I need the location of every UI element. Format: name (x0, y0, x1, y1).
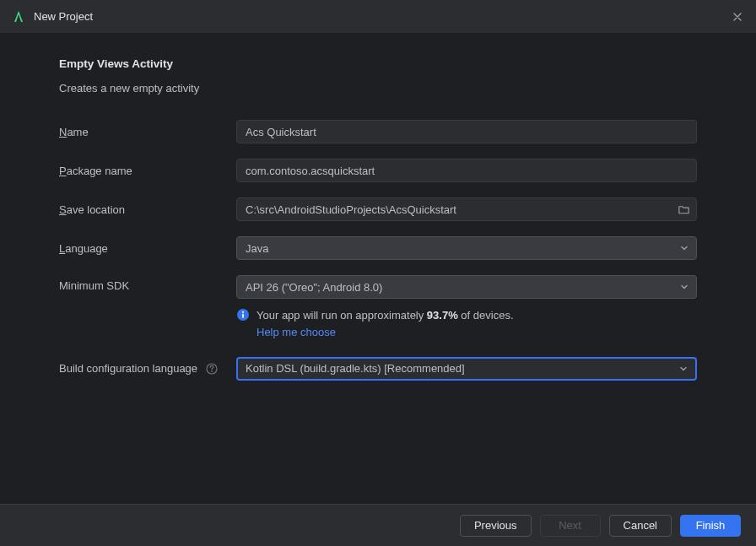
dialog-content: Empty Views Activity Creates a new empty… (0, 34, 756, 504)
row-min-sdk: Minimum SDK API 26 ("Oreo"; Android 8.0) (59, 275, 697, 338)
build-lang-select[interactable]: Kotlin DSL (build.gradle.kts) [Recommend… (236, 357, 697, 381)
chevron-down-icon (678, 364, 688, 374)
label-language: Language (59, 242, 236, 255)
name-input[interactable] (236, 120, 697, 143)
min-sdk-select-value: API 26 ("Oreo"; Android 8.0) (246, 281, 382, 294)
help-icon[interactable] (206, 363, 218, 375)
row-language: Language Java (59, 236, 697, 260)
label-build-lang: Build configuration language (59, 362, 236, 376)
row-build-lang: Build configuration language Kotlin DSL … (59, 357, 697, 381)
min-sdk-info: Your app will run on approximately 93.7%… (236, 307, 697, 338)
save-location-input[interactable] (236, 197, 697, 221)
chevron-down-icon (679, 282, 689, 292)
window-title: New Project (34, 10, 93, 23)
close-icon[interactable] (731, 10, 744, 24)
svg-rect-3 (242, 314, 244, 318)
svg-point-2 (242, 311, 244, 313)
page-title: Empty Views Activity (59, 57, 697, 70)
android-studio-icon (12, 10, 25, 24)
help-me-choose-link[interactable]: Help me choose (256, 326, 336, 338)
info-icon (236, 308, 250, 322)
package-name-input[interactable] (236, 159, 697, 182)
label-package: Package name (59, 165, 236, 177)
row-package: Package name (59, 159, 697, 182)
row-name: Name (59, 120, 697, 143)
min-sdk-select[interactable]: API 26 ("Oreo"; Android 8.0) (236, 275, 697, 299)
min-sdk-info-text: Your app will run on approximately 93.7%… (256, 307, 514, 324)
label-min-sdk: Minimum SDK (59, 275, 236, 292)
language-select-value: Java (246, 242, 268, 255)
chevron-down-icon (679, 243, 689, 253)
titlebar: New Project (0, 0, 756, 34)
dialog-footer: Previous Next Cancel Finish (0, 504, 756, 546)
next-button: Next (540, 515, 601, 537)
previous-button[interactable]: Previous (460, 515, 532, 537)
label-save-location: Save location (59, 203, 236, 216)
svg-point-0 (18, 12, 19, 14)
svg-point-5 (211, 370, 213, 372)
cancel-button[interactable]: Cancel (609, 515, 672, 537)
row-save-location: Save location (59, 197, 697, 221)
page-description: Creates a new empty activity (59, 82, 697, 95)
build-lang-select-value: Kotlin DSL (build.gradle.kts) [Recommend… (246, 362, 465, 375)
language-select[interactable]: Java (236, 236, 697, 260)
browse-folder-icon[interactable] (677, 203, 690, 216)
finish-button[interactable]: Finish (680, 515, 741, 537)
label-name: Name (59, 126, 236, 138)
